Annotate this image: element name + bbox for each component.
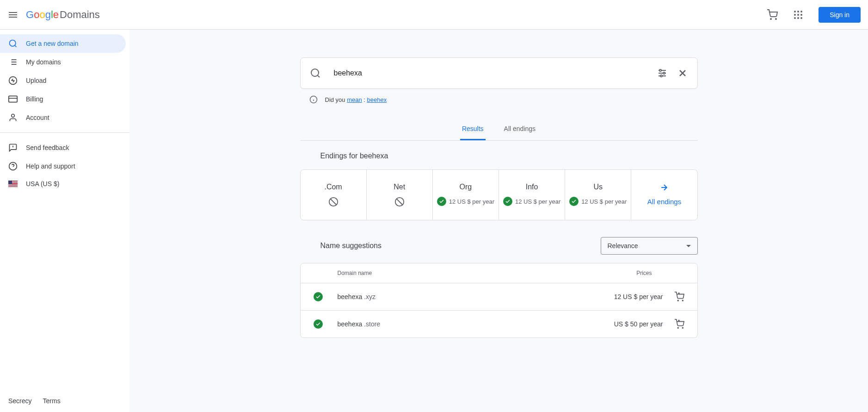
svg-point-2 (10, 40, 16, 46)
sidebar: Get a new domain My domains Upload Billi… (0, 30, 129, 412)
sidebar-item-get-new-domain[interactable]: Get a new domain (0, 34, 126, 53)
tab-all-endings[interactable]: All endings (502, 119, 538, 140)
svg-line-32 (330, 199, 336, 205)
header: Google Domains Sign in (0, 0, 868, 30)
sidebar-footer: Secrecy Terms (0, 390, 129, 412)
ending-info[interactable]: Info 12 US $ per year (499, 170, 565, 220)
us-flag-icon (8, 181, 18, 187)
col-price-header: Prices (592, 270, 684, 276)
sidebar-item-account[interactable]: Account (0, 108, 126, 127)
svg-point-38 (677, 327, 678, 328)
sidebar-item-label: Help and support (26, 162, 75, 170)
search-icon (8, 39, 18, 48)
check-icon (314, 319, 323, 329)
ending-tld-label: Org (460, 183, 472, 191)
search-box (300, 57, 698, 89)
google-logo-text: Google (26, 9, 59, 21)
svg-point-13 (12, 114, 15, 118)
sidebar-item-feedback[interactable]: Send feedback (0, 138, 126, 157)
svg-point-18 (311, 69, 319, 76)
cart-icon[interactable] (767, 9, 778, 20)
check-icon (569, 197, 579, 206)
check-icon (314, 292, 323, 301)
svg-point-0 (770, 19, 771, 19)
add-to-cart-icon[interactable] (674, 319, 684, 329)
sort-select[interactable]: Relevance (601, 237, 698, 255)
dym-prefix: Did you (325, 96, 347, 103)
logo[interactable]: Google Domains (26, 9, 100, 21)
feedback-icon (8, 143, 18, 152)
ending-all[interactable]: All endings (631, 170, 697, 220)
domain-price: 12 US $ per year (614, 293, 663, 300)
svg-point-1 (776, 19, 776, 19)
table-header: Domain name Prices (301, 263, 697, 283)
transfer-icon (8, 76, 18, 85)
col-domain-header: Domain name (338, 270, 592, 276)
tune-icon[interactable] (657, 68, 668, 79)
unavailable-icon (328, 197, 339, 207)
ending-net[interactable]: Net (367, 170, 433, 220)
ending-us[interactable]: Us 12 US $ per year (565, 170, 631, 220)
ending-price: 12 US $ per year (515, 198, 560, 205)
signin-button[interactable]: Sign in (819, 7, 861, 23)
sidebar-item-help[interactable]: Help and support (0, 157, 126, 175)
ending-price: 12 US $ per year (581, 198, 627, 205)
ending-tld-label: Info (526, 183, 538, 191)
close-icon[interactable] (677, 68, 688, 79)
dym-mean-link[interactable]: mean (347, 96, 362, 103)
apps-icon[interactable] (793, 9, 804, 20)
ending-tld-label: Net (394, 183, 405, 191)
logo-product-name: Domains (60, 9, 100, 21)
tabs: Results All endings (300, 119, 698, 141)
table-row[interactable]: beehexa .xyz 12 US $ per year (301, 283, 697, 311)
endings-title: Endings for beehexa (300, 141, 698, 169)
svg-point-36 (677, 300, 678, 301)
search-icon (310, 68, 321, 79)
list-icon (8, 57, 18, 67)
ending-tld-label: Us (593, 183, 603, 191)
domain-name: beehexa (338, 293, 364, 300)
svg-point-39 (682, 327, 683, 328)
svg-rect-11 (9, 96, 17, 102)
ending-com[interactable]: .Com (301, 170, 367, 220)
sidebar-item-label: My domains (26, 58, 61, 66)
check-icon (503, 197, 512, 206)
tab-results[interactable]: Results (460, 119, 486, 140)
svg-line-3 (15, 45, 17, 47)
sidebar-item-label: Upload (26, 77, 46, 84)
ending-org[interactable]: Org 12 US $ per year (433, 170, 499, 220)
ending-price: 12 US $ per year (449, 198, 494, 205)
all-endings-label: All endings (647, 198, 681, 206)
terms-link[interactable]: Terms (43, 397, 61, 405)
svg-line-19 (317, 75, 319, 77)
info-icon (309, 95, 318, 104)
dym-sep: : (362, 96, 367, 103)
results-table: Domain name Prices beehexa .xyz 12 US $ … (300, 263, 698, 338)
svg-point-25 (660, 75, 662, 77)
domain-price: US $ 50 per year (614, 320, 663, 328)
svg-line-34 (396, 199, 402, 205)
suggestions-title: Name suggestions (320, 242, 382, 250)
svg-point-37 (682, 300, 683, 301)
table-row[interactable]: beehexa .store US $ 50 per year (301, 311, 697, 337)
sidebar-item-region[interactable]: USA (US $) (0, 175, 126, 192)
dym-suggestion-link[interactable]: beehex (367, 96, 387, 103)
person-icon (8, 113, 18, 122)
sidebar-item-billing[interactable]: Billing (0, 90, 126, 108)
help-icon (8, 162, 18, 171)
did-you-mean: Did you mean : beehex (300, 89, 698, 110)
domain-tld: .store (364, 320, 380, 328)
sidebar-item-label: Send feedback (26, 144, 69, 151)
secrecy-link[interactable]: Secrecy (8, 397, 32, 405)
ending-tld-label: .Com (324, 183, 342, 191)
main-content: Did you mean : beehex Results All ending… (129, 30, 868, 412)
svg-point-23 (659, 69, 661, 71)
search-input[interactable] (334, 69, 657, 77)
menu-icon[interactable] (7, 9, 18, 20)
sidebar-item-upload[interactable]: Upload (0, 71, 126, 90)
sidebar-item-my-domains[interactable]: My domains (0, 53, 126, 71)
sidebar-item-label: Get a new domain (26, 40, 79, 47)
credit-card-icon (8, 94, 18, 104)
unavailable-icon (394, 197, 405, 207)
add-to-cart-icon[interactable] (674, 292, 684, 302)
